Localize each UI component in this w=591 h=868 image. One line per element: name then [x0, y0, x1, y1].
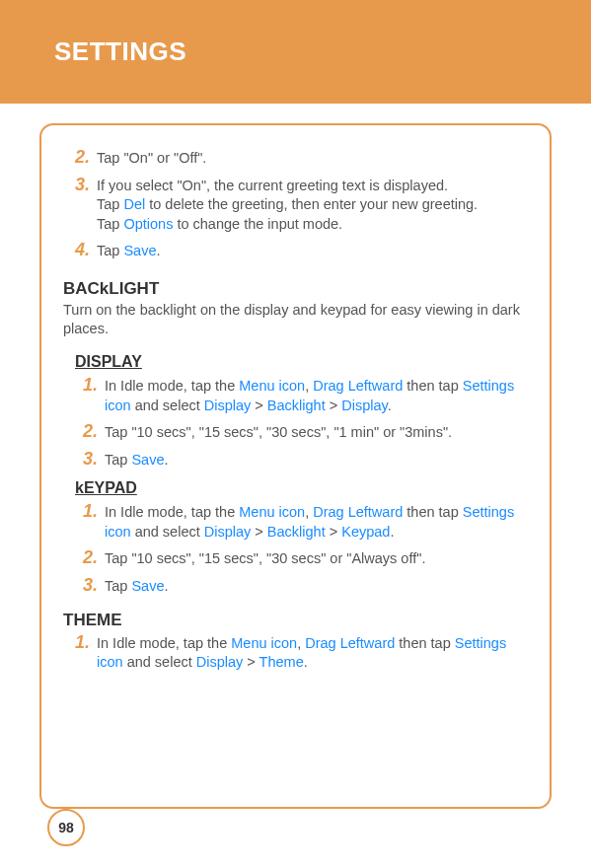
step-text: In Idle mode, tap the Menu icon, Drag Le…: [105, 501, 528, 542]
header-band: SETTINGS: [0, 0, 591, 104]
block-display: DISPLAY 1. In Idle mode, tap the Menu ic…: [63, 353, 528, 470]
step-number: 1.: [75, 632, 97, 654]
step-text: Tap "10 secs", "15 secs", "30 secs" or "…: [105, 547, 425, 569]
step-2: 2. Tap "On" or "Off".: [63, 147, 528, 169]
link-menu-icon[interactable]: Menu icon: [231, 635, 297, 651]
text: then tap: [403, 504, 462, 520]
step-text: Tap Save.: [105, 449, 169, 470]
link-menu-icon[interactable]: Menu icon: [239, 378, 305, 394]
link-save[interactable]: Save: [123, 243, 156, 258]
text: and select: [123, 654, 196, 670]
step-3: 3. If you select "On", the current greet…: [63, 175, 528, 235]
text: to change the input mode.: [173, 216, 342, 232]
step-number: 3.: [83, 575, 105, 597]
text: Tap: [97, 216, 123, 232]
link-backlight[interactable]: Backlight: [267, 524, 326, 540]
keypad-step-3: 3. Tap Save.: [63, 575, 528, 597]
step-text: Tap "On" or "Off".: [97, 147, 206, 169]
display-step-2: 2. Tap "10 secs", "15 secs", "30 secs", …: [63, 421, 528, 443]
text: ,: [305, 504, 313, 520]
link-drag-leftward[interactable]: Drag Leftward: [305, 635, 395, 651]
text: then tap: [403, 378, 462, 394]
link-backlight[interactable]: Backlight: [267, 398, 326, 413]
text: Tap: [97, 243, 123, 258]
text: ,: [297, 635, 305, 651]
text: Tap: [105, 452, 131, 468]
step-text: If you select "On", the current greeting…: [97, 175, 478, 235]
page-title: SETTINGS: [54, 36, 186, 67]
text: >: [326, 398, 342, 413]
text: Tap: [97, 196, 123, 212]
step-number: 3.: [83, 449, 105, 470]
text: Tap: [105, 578, 131, 594]
text: >: [251, 524, 267, 540]
page-number: 98: [47, 809, 85, 846]
text: .: [390, 524, 394, 540]
text: then tap: [395, 635, 454, 651]
text: and select: [131, 398, 204, 413]
step-text: In Idle mode, tap the Menu icon, Drag Le…: [97, 632, 528, 673]
link-display[interactable]: Display: [204, 398, 252, 413]
step-4: 4. Tap Save.: [63, 240, 528, 261]
text: >: [251, 398, 267, 413]
text: In Idle mode, tap the: [97, 635, 231, 651]
step-text: In Idle mode, tap the Menu icon, Drag Le…: [105, 375, 528, 415]
step-number: 2.: [83, 421, 105, 443]
text: ,: [305, 378, 313, 394]
desc-backlight: Turn on the backlight on the display and…: [63, 301, 528, 339]
subheading-display: DISPLAY: [63, 353, 528, 371]
link-theme[interactable]: Theme: [259, 654, 304, 670]
step-number: 2.: [83, 547, 105, 569]
step-text: Tap Save.: [97, 240, 161, 261]
keypad-step-2: 2. Tap "10 secs", "15 secs", "30 secs" o…: [63, 547, 528, 569]
text: and select: [131, 524, 204, 540]
link-display[interactable]: Display: [204, 524, 252, 540]
link-display-2[interactable]: Display: [341, 398, 387, 413]
display-step-3: 3. Tap Save.: [63, 449, 528, 470]
theme-step-1: 1. In Idle mode, tap the Menu icon, Drag…: [63, 632, 528, 673]
link-drag-leftward[interactable]: Drag Leftward: [313, 378, 403, 394]
heading-theme: THEME: [63, 611, 528, 630]
content-box: 2. Tap "On" or "Off". 3. If you select "…: [39, 123, 552, 809]
block-theme: 1. In Idle mode, tap the Menu icon, Drag…: [63, 632, 528, 673]
link-display[interactable]: Display: [196, 654, 244, 670]
step-number: 3.: [75, 175, 97, 196]
heading-backlight: BACkLIGHT: [63, 279, 528, 299]
step-number: 2.: [75, 147, 97, 169]
block-keypad: kEYPAD 1. In Idle mode, tap the Menu ico…: [63, 479, 528, 596]
text: In Idle mode, tap the: [105, 504, 239, 520]
text: .: [388, 398, 392, 413]
text: .: [164, 578, 168, 594]
step-text: Tap Save.: [105, 575, 169, 597]
link-save[interactable]: Save: [131, 452, 164, 468]
keypad-step-1: 1. In Idle mode, tap the Menu icon, Drag…: [63, 501, 528, 542]
text: to delete the greeting, then enter your …: [145, 196, 478, 212]
link-drag-leftward[interactable]: Drag Leftward: [313, 504, 403, 520]
step-number: 1.: [83, 375, 105, 397]
step-text: Tap "10 secs", "15 secs", "30 secs", "1 …: [105, 421, 452, 443]
step-number: 1.: [83, 501, 105, 523]
text: .: [156, 243, 160, 258]
link-del[interactable]: Del: [123, 196, 145, 212]
text: >: [243, 654, 259, 670]
text: >: [326, 524, 342, 540]
text: .: [164, 452, 168, 468]
text: In Idle mode, tap the: [105, 378, 239, 394]
step-number: 4.: [75, 240, 97, 261]
link-save[interactable]: Save: [131, 578, 164, 594]
link-menu-icon[interactable]: Menu icon: [239, 504, 305, 520]
text: If you select "On", the current greeting…: [97, 178, 448, 193]
link-keypad[interactable]: Keypad: [341, 524, 390, 540]
display-step-1: 1. In Idle mode, tap the Menu icon, Drag…: [63, 375, 528, 415]
text: .: [304, 654, 308, 670]
subheading-keypad: kEYPAD: [63, 479, 528, 497]
link-options[interactable]: Options: [123, 216, 173, 232]
